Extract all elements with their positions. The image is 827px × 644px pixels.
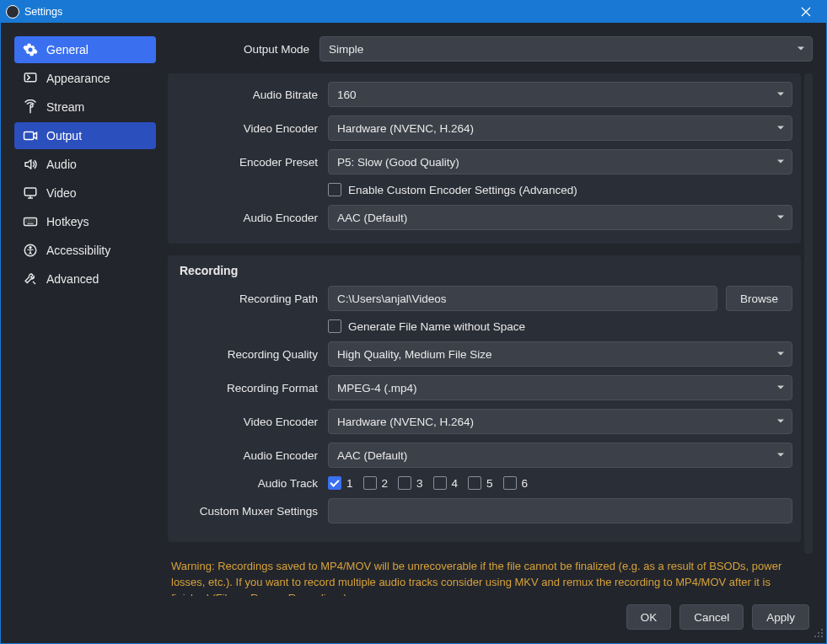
app-icon [6, 5, 19, 19]
tools-icon [23, 271, 38, 287]
cancel-button[interactable]: Cancel [679, 604, 744, 630]
output-mode-select[interactable]: Simple [320, 36, 813, 62]
appearance-icon [23, 71, 38, 86]
audio-track-group: 1 2 3 4 5 6 [328, 476, 528, 490]
audio-track-label: Audio Track [176, 477, 328, 490]
ok-button[interactable]: OK [626, 604, 672, 630]
streaming-panel: Audio Bitrate 160 Video Encoder [168, 73, 801, 244]
recording-panel: Recording Recording Path Browse [168, 255, 801, 542]
custom-muxer-input[interactable] [328, 498, 792, 523]
audio-track-2-checkbox[interactable] [363, 476, 377, 490]
chevron-down-icon [776, 122, 785, 135]
main-panel: Output Mode Simple Audio Bitrate [168, 36, 813, 630]
audio-track-4-checkbox[interactable] [433, 476, 447, 490]
recording-format-label: Recording Format [176, 382, 328, 394]
sidebar-item-advanced[interactable]: Advanced [14, 266, 156, 292]
svg-point-9 [814, 636, 816, 637]
output-mode-label: Output Mode [168, 43, 320, 56]
recording-quality-label: Recording Quality [176, 348, 328, 361]
chevron-down-icon [776, 156, 785, 169]
recording-path-label: Recording Path [176, 292, 328, 305]
warning-text: Warning: Recordings saved to MP4/MOV wil… [168, 559, 813, 596]
sidebar-item-label: Video [46, 186, 77, 200]
sidebar-item-label: Output [46, 129, 82, 142]
chevron-down-icon [776, 212, 785, 224]
resize-grip[interactable] [814, 628, 824, 641]
chevron-down-icon [776, 449, 785, 462]
svg-point-7 [818, 636, 819, 637]
chevron-down-icon [776, 348, 785, 361]
browse-button[interactable]: Browse [726, 286, 792, 311]
accessibility-icon [23, 243, 38, 258]
chevron-down-icon [776, 382, 785, 394]
settings-window: Settings General Appearance Stream Outpu… [0, 0, 827, 644]
audio-track-5-checkbox[interactable] [468, 476, 481, 490]
audio-bitrate-label: Audio Bitrate [176, 89, 328, 101]
output-icon [23, 128, 38, 143]
scrollbar[interactable] [804, 73, 813, 554]
audio-bitrate-select[interactable]: 160 [328, 82, 792, 107]
sidebar-item-label: Stream [46, 100, 84, 114]
svg-point-5 [30, 246, 32, 249]
monitor-icon [23, 185, 38, 201]
audio-encoder-select[interactable]: AAC (Default) [328, 205, 792, 230]
sidebar-item-label: Appearance [46, 72, 110, 85]
sidebar-item-general[interactable]: General [14, 36, 156, 63]
sidebar-item-accessibility[interactable]: Accessibility [14, 237, 156, 264]
chevron-down-icon [776, 89, 785, 101]
svg-rect-1 [24, 132, 34, 140]
audio-track-3-checkbox[interactable] [398, 476, 411, 490]
audio-track-6-checkbox[interactable] [503, 476, 517, 490]
enable-custom-encoder-checkbox[interactable] [328, 183, 341, 196]
recording-quality-select[interactable]: High Quality, Medium File Size [328, 341, 792, 367]
chevron-down-icon [797, 43, 805, 56]
sidebar-item-video[interactable]: Video [14, 180, 156, 207]
recording-video-encoder-select[interactable]: Hardware (NVENC, H.264) [328, 409, 792, 434]
svg-point-11 [821, 629, 823, 631]
svg-point-8 [821, 632, 823, 634]
sidebar-item-output[interactable]: Output [14, 122, 156, 149]
chevron-down-icon [776, 416, 785, 428]
apply-button[interactable]: Apply [752, 604, 809, 630]
video-encoder-select[interactable]: Hardware (NVENC, H.264) [328, 115, 792, 141]
sidebar-item-label: Advanced [46, 272, 99, 286]
svg-point-10 [818, 632, 819, 634]
recording-audio-encoder-label: Audio Encoder [176, 449, 328, 462]
svg-point-6 [821, 636, 823, 637]
sidebar-item-audio[interactable]: Audio [14, 151, 156, 178]
custom-muxer-label: Custom Muxer Settings [176, 505, 328, 518]
generate-filename-nospace-checkbox[interactable] [328, 319, 341, 333]
enable-custom-encoder-label: Enable Custom Encoder Settings (Advanced… [348, 184, 577, 196]
sidebar-item-hotkeys[interactable]: Hotkeys [14, 208, 156, 235]
antenna-icon [23, 99, 38, 115]
recording-format-select[interactable]: MPEG-4 (.mp4) [328, 375, 792, 400]
generate-filename-nospace-label: Generate File Name without Space [348, 320, 525, 333]
speaker-icon [23, 157, 38, 172]
encoder-preset-label: Encoder Preset [176, 156, 328, 169]
recording-title: Recording [176, 264, 792, 277]
sidebar-item-stream[interactable]: Stream [14, 94, 156, 121]
svg-rect-2 [24, 188, 36, 196]
recording-audio-encoder-select[interactable]: AAC (Default) [328, 443, 792, 468]
audio-track-1-checkbox[interactable] [328, 476, 341, 490]
sidebar: General Appearance Stream Output Audio V… [14, 36, 156, 630]
sidebar-item-label: Audio [46, 158, 77, 171]
titlebar: Settings [1, 1, 826, 23]
window-title: Settings [24, 6, 62, 18]
recording-video-encoder-label: Video Encoder [176, 416, 328, 428]
encoder-preset-select[interactable]: P5: Slow (Good Quality) [328, 149, 792, 174]
recording-path-input[interactable] [328, 286, 717, 311]
sidebar-item-label: Hotkeys [46, 215, 89, 228]
sidebar-item-label: General [46, 43, 89, 56]
video-encoder-label: Video Encoder [176, 122, 328, 135]
sidebar-item-appearance[interactable]: Appearance [14, 65, 156, 92]
close-button[interactable] [791, 1, 821, 23]
gear-icon [23, 42, 38, 57]
audio-encoder-label: Audio Encoder [176, 212, 328, 224]
keyboard-icon [23, 214, 38, 229]
dialog-footer: OK Cancel Apply [168, 596, 813, 630]
sidebar-item-label: Accessibility [46, 244, 110, 257]
